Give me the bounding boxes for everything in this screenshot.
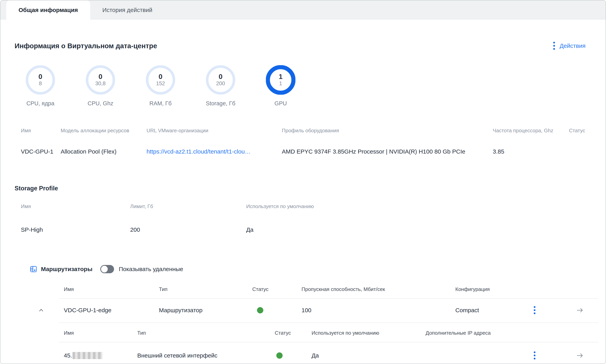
gauge-total: 1 [279, 80, 282, 87]
router-type: Маршрутизатор [159, 307, 252, 314]
actions-button[interactable]: Действия [553, 42, 592, 50]
gauge-label: CPU, ядра [26, 100, 54, 107]
column-header: Статус [275, 330, 312, 336]
column-header: Пропускная способность, Мбит/сек [302, 286, 455, 292]
column-header: Имя [64, 286, 159, 292]
column-header: Конфигурация [455, 286, 530, 292]
vdc-hardware-profile: AMD EPYC 9374F 3.85GHz Processor | NVIDI… [282, 148, 493, 155]
column-header: Лимит, Гб [130, 203, 246, 209]
vdc-table-header: Имя Модель аллокации ресурсов URL VMware… [14, 128, 592, 134]
gauge-value: 0 [219, 73, 222, 80]
router-row: VDC-GPU-1-edge Маршрутизатор 100 Compact [30, 299, 598, 323]
column-header: Используется по умолчанию [246, 203, 592, 209]
tab-bar: Общая информация История действий [0, 0, 606, 20]
row-kebab-icon[interactable] [534, 351, 536, 360]
show-deleted-label: Показывать удаленные [119, 266, 183, 273]
storage-profile-row: SP-High 200 Да [14, 226, 592, 233]
storage-profile-header: Имя Лимит, Гб Используется по умолчанию [14, 203, 592, 209]
gauge-label: CPU, Ghz [88, 100, 113, 107]
status-dot [257, 307, 263, 313]
gauge-label: RAM, Гб [149, 100, 172, 107]
storage-profile-title: Storage Profile [14, 185, 592, 192]
router-name: VDC-GPU-1-edge [64, 307, 159, 314]
tab-action-history[interactable]: История действий [90, 0, 165, 20]
actions-button-label: Действия [560, 42, 586, 49]
routers-title: Маршрутизаторы [41, 266, 92, 273]
gauge-total: 8 [39, 80, 42, 87]
column-header: Тип [159, 286, 252, 292]
gauge-value: 0 [158, 73, 162, 80]
gauge-total: 152 [156, 80, 165, 87]
column-header: Частота процессора, Ghz [493, 128, 569, 134]
vdc-info-page: Общая информация История действий Информ… [0, 0, 606, 364]
gauge-storage: 0 200 Storage, Гб [206, 65, 235, 107]
gauge-value: 0 [98, 73, 102, 80]
page-title: Информация о Виртуальном дата-центре [14, 42, 157, 50]
column-header: Тип [137, 330, 275, 336]
redacted-ip [72, 352, 102, 359]
storage-profile-name: SP-High [21, 226, 130, 233]
open-arrow-icon[interactable] [576, 307, 584, 313]
column-header: Дополнительные IP адреса [426, 330, 530, 336]
interface-default: Да [312, 352, 426, 359]
column-header: Используется по умолчанию [312, 330, 426, 336]
collapse-chevron-icon[interactable] [39, 308, 44, 312]
vdc-table-row: VDC-GPU-1 Allocation Pool (Flex) https:/… [14, 148, 592, 155]
interface-type: Внешний сетевой интерфейс [137, 352, 275, 359]
storage-profile-limit: 200 [130, 226, 246, 233]
column-header: Профиль оборудования [282, 128, 493, 134]
column-header: Имя [21, 128, 61, 134]
interface-row: 45. Внешний сетевой интерфейс Да [64, 342, 598, 364]
column-header: Модель аллокации ресурсов [61, 128, 146, 134]
kebab-icon [553, 42, 555, 50]
gauge-total: 200 [216, 80, 225, 87]
page-header: Информация о Виртуальном дата-центре Дей… [14, 42, 592, 50]
column-header: Имя [21, 203, 130, 209]
column-header: Статус [252, 286, 302, 292]
gauge-cpu-ghz: 0 30,8 CPU, Ghz [86, 65, 115, 107]
table-icon [30, 266, 37, 273]
routers-table-header: Имя Тип Статус Пропускная способность, М… [30, 286, 598, 298]
status-dot [276, 352, 283, 359]
page-content: Информация о Виртуальном дата-центре Дей… [0, 20, 606, 364]
vmware-org-url-link[interactable]: https://vcd-az2.t1.cloud/tenant/t1-clou… [146, 148, 251, 155]
gauge-value: 1 [279, 73, 282, 80]
interface-ip-prefix: 45. [64, 352, 72, 359]
storage-profile-default: Да [246, 226, 592, 233]
column-header: Статус [569, 128, 592, 134]
interfaces-table-header: Имя Тип Статус Используется по умолчанию… [64, 323, 598, 342]
vdc-cpu-frequency: 3.85 [493, 148, 569, 155]
tab-general-info[interactable]: Общая информация [6, 0, 90, 20]
gauge-ram: 0 152 RAM, Гб [146, 65, 175, 107]
gauge-cpu-cores: 0 8 CPU, ядра [26, 65, 55, 107]
show-deleted-toggle[interactable] [100, 265, 114, 273]
router-bandwidth: 100 [302, 307, 455, 314]
gauge-gpu: 1 1 GPU [266, 65, 295, 107]
column-header: URL VMware-организации [146, 128, 282, 134]
gauge-total: 30,8 [95, 80, 106, 87]
gauge-value: 0 [39, 73, 42, 80]
routers-section-header: Маршрутизаторы Показывать удаленные [30, 265, 592, 273]
gauge-label: Storage, Гб [206, 100, 235, 107]
router-configuration: Compact [455, 307, 530, 314]
vdc-allocation-model: Allocation Pool (Flex) [61, 148, 146, 155]
open-arrow-icon[interactable] [576, 352, 584, 359]
gauge-label: GPU [275, 100, 287, 107]
vdc-name: VDC-GPU-1 [21, 148, 61, 155]
routers-table: Имя Тип Статус Пропускная способность, М… [30, 286, 598, 364]
resource-gauges: 0 8 CPU, ядра 0 30,8 CPU, Ghz [14, 65, 592, 107]
row-kebab-icon[interactable] [534, 306, 536, 314]
column-header: Имя [64, 330, 137, 336]
